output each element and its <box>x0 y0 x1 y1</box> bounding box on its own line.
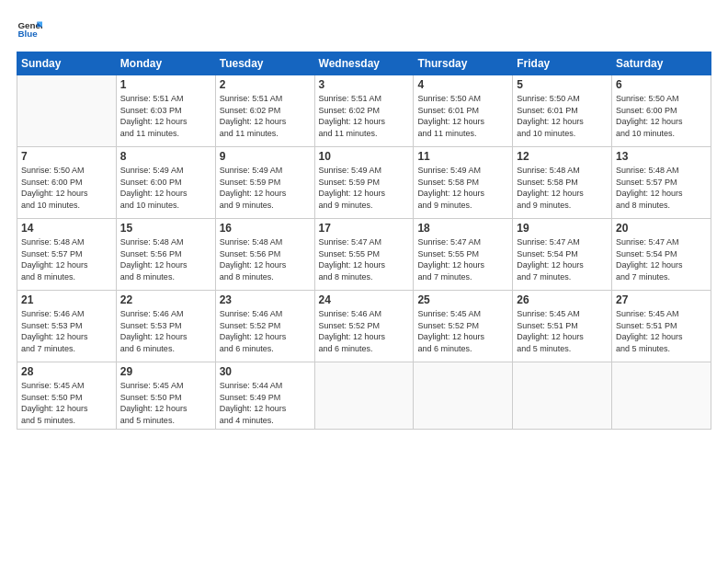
calendar-cell: 3Sunrise: 5:51 AM Sunset: 6:02 PM Daylig… <box>314 75 414 147</box>
day-info: Sunrise: 5:49 AM Sunset: 5:58 PM Dayligh… <box>417 165 508 211</box>
day-number: 15 <box>120 222 211 235</box>
calendar-cell: 27Sunrise: 5:45 AM Sunset: 5:51 PM Dayli… <box>612 291 711 362</box>
calendar-cell: 28Sunrise: 5:45 AM Sunset: 5:50 PM Dayli… <box>17 362 117 430</box>
day-number: 20 <box>616 222 707 235</box>
day-number: 27 <box>616 293 707 306</box>
day-number: 25 <box>417 293 508 306</box>
day-number: 14 <box>21 222 112 235</box>
day-info: Sunrise: 5:45 AM Sunset: 5:50 PM Dayligh… <box>120 380 211 426</box>
calendar-cell <box>513 362 612 430</box>
calendar-cell: 30Sunrise: 5:44 AM Sunset: 5:49 PM Dayli… <box>215 362 314 430</box>
calendar-cell: 6Sunrise: 5:50 AM Sunset: 6:00 PM Daylig… <box>612 75 711 147</box>
calendar-week-2: 7Sunrise: 5:50 AM Sunset: 6:00 PM Daylig… <box>17 147 711 219</box>
calendar-cell: 13Sunrise: 5:48 AM Sunset: 5:57 PM Dayli… <box>612 147 711 219</box>
calendar-cell <box>414 362 513 430</box>
calendar-cell: 21Sunrise: 5:46 AM Sunset: 5:53 PM Dayli… <box>17 291 117 362</box>
calendar-cell: 1Sunrise: 5:51 AM Sunset: 6:03 PM Daylig… <box>116 75 215 147</box>
calendar: SundayMondayTuesdayWednesdayThursdayFrid… <box>17 52 711 430</box>
calendar-cell: 16Sunrise: 5:48 AM Sunset: 5:56 PM Dayli… <box>215 219 314 291</box>
day-number: 6 <box>616 78 707 91</box>
day-info: Sunrise: 5:50 AM Sunset: 6:00 PM Dayligh… <box>21 165 112 211</box>
day-number: 29 <box>120 365 211 378</box>
day-info: Sunrise: 5:51 AM Sunset: 6:03 PM Dayligh… <box>120 93 211 139</box>
weekday-header-wednesday: Wednesday <box>314 52 414 75</box>
calendar-cell: 14Sunrise: 5:48 AM Sunset: 5:57 PM Dayli… <box>17 219 117 291</box>
day-number: 11 <box>417 150 508 163</box>
day-info: Sunrise: 5:45 AM Sunset: 5:51 PM Dayligh… <box>517 308 608 354</box>
day-info: Sunrise: 5:46 AM Sunset: 5:52 PM Dayligh… <box>220 308 311 354</box>
calendar-week-1: 1Sunrise: 5:51 AM Sunset: 6:03 PM Daylig… <box>17 75 711 147</box>
day-number: 3 <box>319 78 410 91</box>
day-number: 30 <box>220 365 311 378</box>
day-number: 4 <box>417 78 508 91</box>
day-info: Sunrise: 5:49 AM Sunset: 5:59 PM Dayligh… <box>220 165 311 211</box>
day-info: Sunrise: 5:49 AM Sunset: 6:00 PM Dayligh… <box>120 165 211 211</box>
day-info: Sunrise: 5:48 AM Sunset: 5:58 PM Dayligh… <box>517 165 608 211</box>
day-number: 9 <box>220 150 311 163</box>
day-info: Sunrise: 5:47 AM Sunset: 5:54 PM Dayligh… <box>616 236 707 282</box>
weekday-header-row: SundayMondayTuesdayWednesdayThursdayFrid… <box>17 52 711 75</box>
day-number: 18 <box>417 222 508 235</box>
day-number: 5 <box>517 78 608 91</box>
calendar-cell: 20Sunrise: 5:47 AM Sunset: 5:54 PM Dayli… <box>612 219 711 291</box>
calendar-cell: 10Sunrise: 5:49 AM Sunset: 5:59 PM Dayli… <box>314 147 414 219</box>
calendar-cell: 26Sunrise: 5:45 AM Sunset: 5:51 PM Dayli… <box>513 291 612 362</box>
calendar-cell: 17Sunrise: 5:47 AM Sunset: 5:55 PM Dayli… <box>314 219 414 291</box>
day-info: Sunrise: 5:46 AM Sunset: 5:53 PM Dayligh… <box>120 308 211 354</box>
day-info: Sunrise: 5:44 AM Sunset: 5:49 PM Dayligh… <box>220 380 311 426</box>
logo-icon: General Blue <box>17 17 42 42</box>
day-number: 16 <box>220 222 311 235</box>
calendar-week-4: 21Sunrise: 5:46 AM Sunset: 5:53 PM Dayli… <box>17 291 711 362</box>
calendar-cell: 12Sunrise: 5:48 AM Sunset: 5:58 PM Dayli… <box>513 147 612 219</box>
logo: General Blue <box>17 17 46 42</box>
day-info: Sunrise: 5:46 AM Sunset: 5:52 PM Dayligh… <box>319 308 410 354</box>
day-info: Sunrise: 5:50 AM Sunset: 6:01 PM Dayligh… <box>517 93 608 139</box>
day-info: Sunrise: 5:48 AM Sunset: 5:57 PM Dayligh… <box>21 236 112 282</box>
weekday-header-friday: Friday <box>513 52 612 75</box>
day-info: Sunrise: 5:47 AM Sunset: 5:55 PM Dayligh… <box>417 236 508 282</box>
calendar-cell: 4Sunrise: 5:50 AM Sunset: 6:01 PM Daylig… <box>414 75 513 147</box>
day-info: Sunrise: 5:47 AM Sunset: 5:54 PM Dayligh… <box>517 236 608 282</box>
calendar-cell <box>314 362 414 430</box>
day-number: 28 <box>21 365 112 378</box>
day-info: Sunrise: 5:51 AM Sunset: 6:02 PM Dayligh… <box>319 93 410 139</box>
day-info: Sunrise: 5:45 AM Sunset: 5:50 PM Dayligh… <box>21 380 112 426</box>
day-info: Sunrise: 5:49 AM Sunset: 5:59 PM Dayligh… <box>319 165 410 211</box>
calendar-cell: 7Sunrise: 5:50 AM Sunset: 6:00 PM Daylig… <box>17 147 117 219</box>
calendar-cell: 11Sunrise: 5:49 AM Sunset: 5:58 PM Dayli… <box>414 147 513 219</box>
weekday-header-sunday: Sunday <box>17 52 117 75</box>
day-number: 26 <box>517 293 608 306</box>
day-info: Sunrise: 5:45 AM Sunset: 5:51 PM Dayligh… <box>616 308 707 354</box>
day-info: Sunrise: 5:50 AM Sunset: 6:01 PM Dayligh… <box>417 93 508 139</box>
day-number: 22 <box>120 293 211 306</box>
day-number: 13 <box>616 150 707 163</box>
header: General Blue <box>17 17 711 42</box>
day-number: 2 <box>220 78 311 91</box>
calendar-cell: 18Sunrise: 5:47 AM Sunset: 5:55 PM Dayli… <box>414 219 513 291</box>
calendar-cell: 22Sunrise: 5:46 AM Sunset: 5:53 PM Dayli… <box>116 291 215 362</box>
day-number: 24 <box>319 293 410 306</box>
day-number: 8 <box>120 150 211 163</box>
day-info: Sunrise: 5:45 AM Sunset: 5:52 PM Dayligh… <box>417 308 508 354</box>
calendar-week-3: 14Sunrise: 5:48 AM Sunset: 5:57 PM Dayli… <box>17 219 711 291</box>
calendar-cell: 5Sunrise: 5:50 AM Sunset: 6:01 PM Daylig… <box>513 75 612 147</box>
day-info: Sunrise: 5:47 AM Sunset: 5:55 PM Dayligh… <box>319 236 410 282</box>
calendar-cell: 2Sunrise: 5:51 AM Sunset: 6:02 PM Daylig… <box>215 75 314 147</box>
calendar-cell: 8Sunrise: 5:49 AM Sunset: 6:00 PM Daylig… <box>116 147 215 219</box>
day-info: Sunrise: 5:51 AM Sunset: 6:02 PM Dayligh… <box>220 93 311 139</box>
calendar-cell: 9Sunrise: 5:49 AM Sunset: 5:59 PM Daylig… <box>215 147 314 219</box>
day-info: Sunrise: 5:50 AM Sunset: 6:00 PM Dayligh… <box>616 93 707 139</box>
day-number: 23 <box>220 293 311 306</box>
calendar-cell <box>612 362 711 430</box>
calendar-cell: 24Sunrise: 5:46 AM Sunset: 5:52 PM Dayli… <box>314 291 414 362</box>
weekday-header-thursday: Thursday <box>414 52 513 75</box>
day-info: Sunrise: 5:48 AM Sunset: 5:57 PM Dayligh… <box>616 165 707 211</box>
calendar-week-5: 28Sunrise: 5:45 AM Sunset: 5:50 PM Dayli… <box>17 362 711 430</box>
weekday-header-monday: Monday <box>116 52 215 75</box>
calendar-cell: 25Sunrise: 5:45 AM Sunset: 5:52 PM Dayli… <box>414 291 513 362</box>
day-info: Sunrise: 5:46 AM Sunset: 5:53 PM Dayligh… <box>21 308 112 354</box>
calendar-cell: 29Sunrise: 5:45 AM Sunset: 5:50 PM Dayli… <box>116 362 215 430</box>
weekday-header-saturday: Saturday <box>612 52 711 75</box>
day-number: 21 <box>21 293 112 306</box>
calendar-cell: 15Sunrise: 5:48 AM Sunset: 5:56 PM Dayli… <box>116 219 215 291</box>
